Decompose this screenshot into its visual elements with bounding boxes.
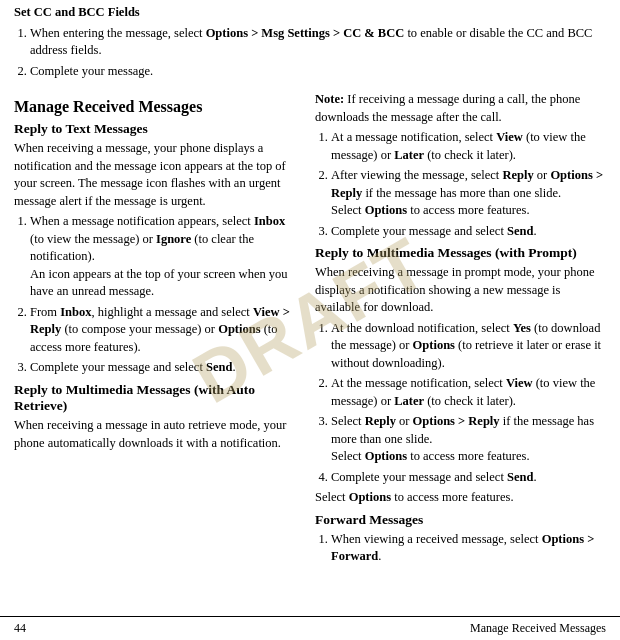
prompt-after-text: Select Options to access more features. (315, 489, 606, 507)
section-title: Manage Received Messages (14, 97, 295, 116)
forward-messages-heading: Forward Messages (315, 512, 606, 528)
reply-text-heading: Reply to Text Messages (14, 121, 295, 137)
reply-mms-auto-heading: Reply to Multimedia Messages (with Auto … (14, 382, 295, 414)
top-steps-list: When entering the message, select Option… (14, 25, 606, 81)
right-column: Note: If receiving a message during a ca… (305, 85, 620, 616)
reply-text-step-1: When a message notification appears, sel… (30, 213, 295, 301)
prompt-step-2: At the message notification, select View… (331, 375, 606, 410)
footer-bar: 44 Manage Received Messages (0, 616, 620, 640)
note-text: Note: If receiving a message during a ca… (315, 91, 606, 126)
set-cc-heading: Set CC and BCC Fields (14, 4, 606, 22)
forward-steps: When viewing a received message, select … (315, 531, 606, 566)
reply-text-steps: When a message notification appears, sel… (14, 213, 295, 377)
reply-mms-prompt-heading: Reply to Multimedia Messages (with Promp… (315, 245, 606, 261)
reply-text-step-2: From Inbox, highlight a message and sele… (30, 304, 295, 357)
note-step-1: At a message notification, select View (… (331, 129, 606, 164)
reply-mms-prompt-steps: At the download notification, select Yes… (315, 320, 606, 487)
top-step-1: When entering the message, select Option… (30, 25, 606, 60)
page-container: DRAFT Set CC and BCC Fields When enterin… (0, 0, 620, 640)
reply-mms-auto-body: When receiving a message in auto retriev… (14, 417, 295, 452)
prompt-step-1: At the download notification, select Yes… (331, 320, 606, 373)
note-steps: At a message notification, select View (… (315, 129, 606, 240)
footer-page-number: 44 (14, 621, 26, 636)
footer-title: Manage Received Messages (470, 621, 606, 636)
note-step-3: Complete your message and select Send. (331, 223, 606, 241)
prompt-step-3: Select Reply or Options > Reply if the m… (331, 413, 606, 466)
reply-text-body: When receiving a message, your phone dis… (14, 140, 295, 210)
left-column: Manage Received Messages Reply to Text M… (0, 85, 305, 616)
prompt-step-4: Complete your message and select Send. (331, 469, 606, 487)
top-section: Set CC and BCC Fields When entering the … (0, 0, 620, 85)
reply-text-step-3: Complete your message and select Send. (30, 359, 295, 377)
reply-mms-prompt-body: When receiving a message in prompt mode,… (315, 264, 606, 317)
content-wrapper: Manage Received Messages Reply to Text M… (0, 85, 620, 616)
note-step-2: After viewing the message, select Reply … (331, 167, 606, 220)
forward-step-1: When viewing a received message, select … (331, 531, 606, 566)
top-step-2: Complete your message. (30, 63, 606, 81)
